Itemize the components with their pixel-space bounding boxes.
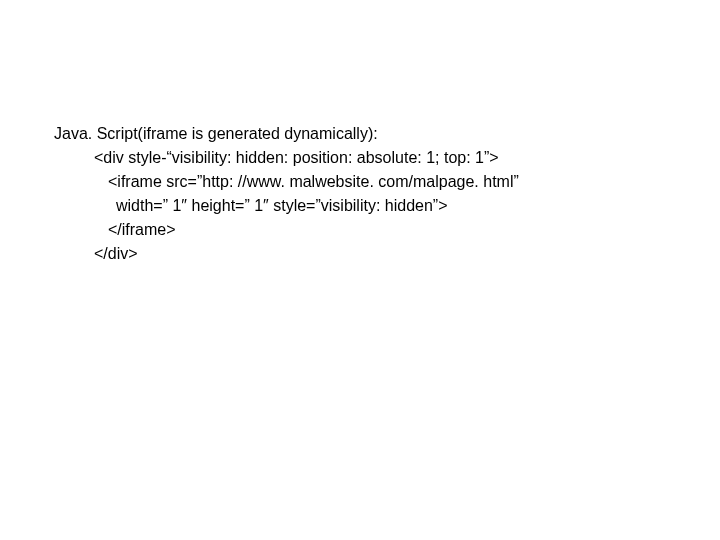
line-5: </div> — [54, 242, 519, 266]
line-3: width=” 1″ height=” 1″ style=”visibility… — [54, 194, 519, 218]
line-0: Java. Script(iframe is generated dynamic… — [54, 122, 519, 146]
line-4: </iframe> — [54, 218, 519, 242]
code-snippet-block: Java. Script(iframe is generated dynamic… — [54, 122, 519, 266]
line-1: <div style-“visibility: hidden: position… — [54, 146, 519, 170]
line-2: <iframe src=”http: //www. malwebsite. co… — [54, 170, 519, 194]
